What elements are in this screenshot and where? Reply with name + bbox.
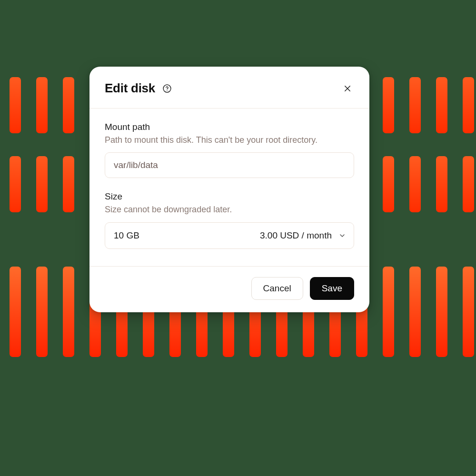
modal-footer: Cancel Save (89, 266, 369, 312)
size-price: 3.00 USD / month (260, 230, 332, 241)
help-icon[interactable] (162, 83, 172, 94)
modal-title: Edit disk (105, 81, 155, 96)
size-field: Size Size cannot be downgraded later. 10… (105, 191, 354, 248)
chevron-down-icon (338, 232, 346, 239)
size-label: Size (105, 191, 354, 202)
mount-path-field: Mount path Path to mount this disk. This… (105, 122, 354, 178)
cancel-button[interactable]: Cancel (251, 277, 303, 300)
size-select[interactable]: 10 GB 3.00 USD / month (105, 222, 354, 249)
close-button[interactable] (341, 82, 354, 95)
modal-body: Mount path Path to mount this disk. This… (89, 109, 369, 266)
mount-path-label: Mount path (105, 122, 354, 132)
save-button[interactable]: Save (310, 277, 354, 300)
modal-header: Edit disk (89, 67, 369, 109)
save-button-label: Save (322, 283, 342, 294)
svg-point-1 (167, 90, 168, 91)
mount-path-input[interactable] (105, 152, 354, 178)
size-hint: Size cannot be downgraded later. (105, 204, 354, 215)
size-selected-value: 10 GB (114, 230, 139, 241)
cancel-button-label: Cancel (263, 283, 291, 294)
edit-disk-modal: Edit disk Mount path Path to mount this … (89, 67, 369, 312)
mount-path-hint: Path to mount this disk. This can't be y… (105, 134, 354, 146)
